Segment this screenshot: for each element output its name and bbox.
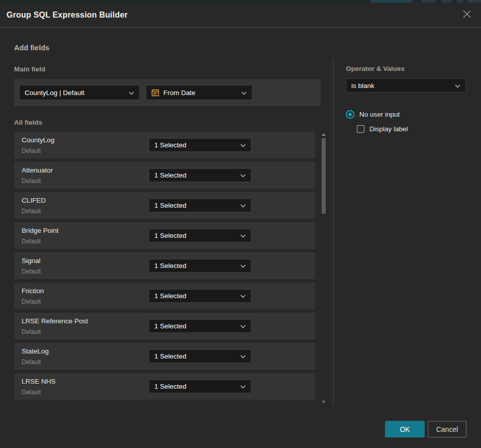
field-subtitle: Default: [22, 177, 41, 185]
field-selected-value: 1 Selected: [154, 292, 237, 300]
cancel-button[interactable]: Cancel: [428, 421, 466, 437]
field-name: Attenuator: [22, 166, 53, 174]
field-selected-dropdown[interactable]: 1 Selected: [149, 380, 251, 393]
close-button[interactable]: [460, 9, 473, 22]
field-selected-value: 1 Selected: [154, 383, 237, 390]
main-field-source-value: CountyLog | Default: [25, 89, 126, 97]
dialog-titlebar: Group SQL Expression Builder: [0, 3, 481, 28]
field-name: CountyLog: [22, 136, 54, 144]
chevron-down-icon: [240, 171, 246, 179]
operator-value: is blank: [351, 82, 452, 89]
field-name: LRSE NHS: [22, 378, 56, 385]
operator-dropdown[interactable]: is blank: [346, 78, 466, 93]
field-selected-value: 1 Selected: [154, 352, 237, 360]
field-name: LRSE Reference Post: [22, 317, 88, 325]
field-selected-value: 1 Selected: [154, 202, 237, 209]
field-selected-dropdown[interactable]: 1 Selected: [149, 319, 251, 333]
field-row: StateLog Default 1 Selected: [14, 343, 315, 370]
main-field-panel: CountyLog | Default From Date: [14, 79, 321, 106]
scrollbar-thumb[interactable]: [322, 138, 326, 214]
chevron-down-icon: [240, 322, 246, 330]
field-selected-value: 1 Selected: [154, 262, 237, 270]
field-name: StateLog: [22, 347, 49, 355]
radio-selected-icon: [346, 110, 354, 119]
field-selected-dropdown[interactable]: 1 Selected: [149, 349, 251, 363]
field-name: Bridge Point: [22, 227, 59, 234]
main-field-date-value: From Date: [163, 89, 238, 97]
field-name: CLIFED: [22, 197, 46, 204]
all-fields-list: CountyLog Default 1 Selected Attenuator …: [14, 132, 315, 403]
chevron-down-icon: [240, 262, 246, 270]
main-field-date-dropdown[interactable]: From Date: [146, 85, 252, 100]
field-name: Friction: [22, 287, 44, 295]
chevron-down-icon: [241, 89, 247, 97]
field-subtitle: Default: [22, 328, 41, 335]
field-subtitle: Default: [22, 389, 41, 396]
field-subtitle: Default: [22, 147, 41, 154]
field-row: CountyLog Default 1 Selected: [14, 132, 315, 158]
add-fields-heading: Add fields: [14, 44, 49, 52]
all-fields-label: All fields: [14, 119, 42, 126]
chevron-down-icon: [240, 292, 246, 300]
field-selected-value: 1 Selected: [154, 322, 237, 330]
chevron-down-icon: [240, 352, 246, 360]
dialog-title: Group SQL Expression Builder: [7, 11, 128, 20]
chevron-down-icon: [240, 202, 246, 209]
field-row: LRSE Reference Post Default 1 Selected: [14, 313, 315, 339]
group-sql-expression-builder-dialog: Group SQL Expression Builder Add fields …: [0, 3, 481, 448]
field-selected-dropdown[interactable]: 1 Selected: [149, 168, 251, 182]
panel-divider: [333, 59, 334, 405]
no-user-input-radio[interactable]: No user input: [346, 110, 400, 119]
field-row: Bridge Point Default 1 Selected: [14, 222, 315, 249]
field-selected-dropdown[interactable]: 1 Selected: [149, 229, 251, 242]
field-row: Signal Default 1 Selected: [14, 252, 315, 279]
chevron-down-icon: [129, 89, 134, 97]
field-subtitle: Default: [22, 298, 41, 305]
main-field-source-dropdown[interactable]: CountyLog | Default: [19, 85, 140, 100]
field-subtitle: Default: [22, 208, 41, 215]
chevron-down-icon: [240, 383, 246, 390]
field-selected-dropdown[interactable]: 1 Selected: [149, 289, 251, 303]
field-selected-value: 1 Selected: [154, 171, 237, 179]
display-label-label: Display label: [369, 125, 408, 133]
field-row: Friction Default 1 Selected: [14, 283, 315, 309]
field-subtitle: Default: [22, 359, 41, 366]
field-selected-dropdown[interactable]: 1 Selected: [149, 199, 251, 212]
scrollbar-down-arrow-icon[interactable]: [322, 401, 326, 403]
fields-list-scrollbar[interactable]: [320, 132, 328, 405]
field-name: Signal: [22, 257, 41, 264]
field-selected-value: 1 Selected: [154, 232, 237, 239]
main-field-label: Main field: [14, 65, 45, 73]
no-user-input-label: No user input: [359, 111, 400, 118]
ok-button[interactable]: OK: [385, 421, 425, 437]
scrollbar-up-arrow-icon[interactable]: [322, 133, 326, 136]
checkbox-unchecked-icon: [357, 125, 364, 133]
field-row: Attenuator Default 1 Selected: [14, 162, 315, 189]
field-row: CLIFED Default 1 Selected: [14, 192, 315, 219]
chevron-down-icon: [240, 141, 246, 149]
calendar-icon: [151, 88, 159, 97]
field-selected-dropdown[interactable]: 1 Selected: [149, 259, 251, 273]
field-selected-dropdown[interactable]: 1 Selected: [149, 138, 251, 152]
dialog-footer: OK Cancel: [0, 418, 481, 443]
field-subtitle: Default: [22, 238, 41, 245]
field-selected-value: 1 Selected: [154, 141, 237, 149]
close-icon: [462, 10, 471, 21]
operator-values-label: Operator & Values: [346, 65, 405, 72]
chevron-down-icon: [455, 82, 460, 89]
field-row: LRSE NHS Default 1 Selected: [14, 373, 315, 400]
field-subtitle: Default: [22, 268, 41, 275]
display-label-checkbox[interactable]: Display label: [357, 125, 408, 133]
chevron-down-icon: [240, 232, 246, 239]
